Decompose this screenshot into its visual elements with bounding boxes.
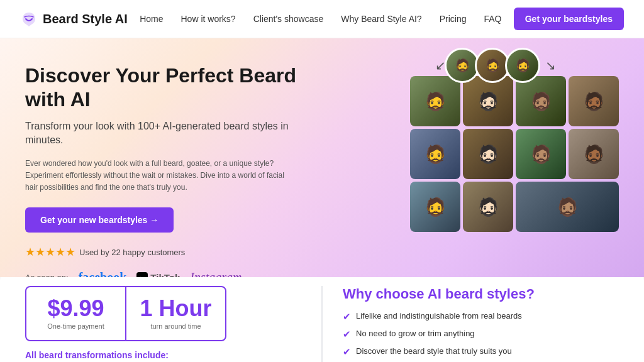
grid-image-5: 🧔 <box>410 129 460 179</box>
benefit-text-3: Discover the beard style that truly suit… <box>356 346 512 356</box>
site-header: Beard Style AI Home How it works? Client… <box>0 0 644 38</box>
main-nav: Home How it works? Client's showcase Why… <box>140 14 501 24</box>
hour-amount: 1 Hour <box>133 297 219 320</box>
circle-face-3: 🧔 <box>505 48 540 83</box>
hero-description: Ever wondered how you'd look with a full… <box>25 158 296 194</box>
grid-image-6: 🧔🏻 <box>463 129 513 179</box>
grid-image-11: 🧔🏽 <box>516 182 619 232</box>
pricing-left: $9.99 One-time payment 1 Hour turn aroun… <box>25 286 301 362</box>
top-circle-row: ↙ 🧔 🧔 🧔 ↘ <box>435 48 556 83</box>
tiktok-logo: ♪ TikTok <box>136 272 180 277</box>
price-boxes: $9.99 One-time payment 1 Hour turn aroun… <box>25 286 226 341</box>
hero-section: Discover Your Perfect Beard with AI Tran… <box>0 38 644 277</box>
hero-content: Discover Your Perfect Beard with AI Tran… <box>0 38 327 277</box>
nav-how-it-works[interactable]: How it works? <box>180 14 235 24</box>
all-include-label: All beard transformations include: <box>25 350 301 360</box>
hero-cta-button[interactable]: Get your new beardstyles → <box>25 207 174 233</box>
price-amount: $9.99 <box>33 297 119 320</box>
hour-sublabel: turn around time <box>133 322 219 330</box>
benefit-3: ✔ Discover the beard style that truly su… <box>343 346 619 358</box>
grid-image-2: 🧔🏻 <box>463 76 513 126</box>
section-divider <box>321 286 323 362</box>
star-rating: ★★★★★ <box>25 245 75 259</box>
rating-row: ★★★★★ Used by 22 happy customers <box>25 245 307 259</box>
hero-title: Discover Your Perfect Beard with AI <box>25 63 307 112</box>
hero-subtitle: Transform your look with 100+ AI-generat… <box>25 119 307 148</box>
svg-text:♪: ♪ <box>139 275 142 277</box>
grid-image-10: 🧔🏻 <box>463 182 513 232</box>
grid-image-1: 🧔 <box>410 76 460 126</box>
nav-pricing[interactable]: Pricing <box>440 14 467 24</box>
instagram-logo: Instagram <box>190 270 242 277</box>
beard-image-grid: 🧔 🧔🏻 🧔🏽 🧔🏾 🧔 🧔🏻 🧔🏽 🧔🏾 🧔 🧔🏻 🧔🏽 <box>410 76 619 232</box>
benefit-check-icon-3: ✔ <box>343 346 351 358</box>
circle-faces: 🧔 🧔 🧔 <box>451 48 540 83</box>
why-section: Why choose AI beard styles? ✔ Lifelike a… <box>343 286 619 362</box>
why-title: Why choose AI beard styles? <box>343 286 619 302</box>
logo: Beard Style AI <box>20 10 128 28</box>
benefit-check-icon-2: ✔ <box>343 329 351 340</box>
tiktok-icon: ♪ <box>136 272 148 277</box>
nav-why[interactable]: Why Beard Style AI? <box>341 14 421 24</box>
bottom-section: $9.99 One-time payment 1 Hour turn aroun… <box>0 271 644 362</box>
svg-rect-0 <box>136 272 148 277</box>
grid-image-8: 🧔🏾 <box>569 129 619 179</box>
price-sublabel: One-time payment <box>33 322 119 330</box>
grid-image-4: 🧔🏾 <box>569 76 619 126</box>
grid-image-7: 🧔🏽 <box>516 129 566 179</box>
hero-image-area: ↙ 🧔 🧔 🧔 ↘ 🧔 🧔🏻 🧔🏽 🧔🏾 🧔 🧔🏻 🧔🏽 🧔🏾 🧔 🧔🏻 🧔🏽 <box>327 38 644 277</box>
arrow-right-icon: ↘ <box>545 58 556 73</box>
facebook-logo: facebook <box>79 270 127 277</box>
nav-home[interactable]: Home <box>140 14 163 24</box>
price-box-amount: $9.99 One-time payment <box>26 287 126 340</box>
grid-image-3: 🧔🏽 <box>516 76 566 126</box>
logo-icon <box>20 10 38 28</box>
logo-text: Beard Style AI <box>43 12 128 26</box>
header-cta-button[interactable]: Get your beardstyles <box>514 8 624 30</box>
nav-showcase[interactable]: Client's showcase <box>253 14 324 24</box>
benefit-1: ✔ Lifelike and indistinguishable from re… <box>343 311 619 322</box>
benefit-text-1: Lifelike and indistinguishable from real… <box>356 311 522 321</box>
benefit-check-icon-1: ✔ <box>343 311 351 322</box>
nav-faq[interactable]: FAQ <box>484 14 501 24</box>
rating-text: Used by 22 happy customers <box>79 248 185 257</box>
grid-image-9: 🧔 <box>410 182 460 232</box>
benefit-2: ✔ No need to grow or trim anything <box>343 329 619 340</box>
benefit-text-2: No need to grow or trim anything <box>356 329 475 338</box>
price-box-hour: 1 Hour turn around time <box>126 287 225 340</box>
as-seen-row: As seen on: facebook ♪ TikTok Instagram <box>25 270 307 277</box>
as-seen-label: As seen on: <box>25 273 69 277</box>
